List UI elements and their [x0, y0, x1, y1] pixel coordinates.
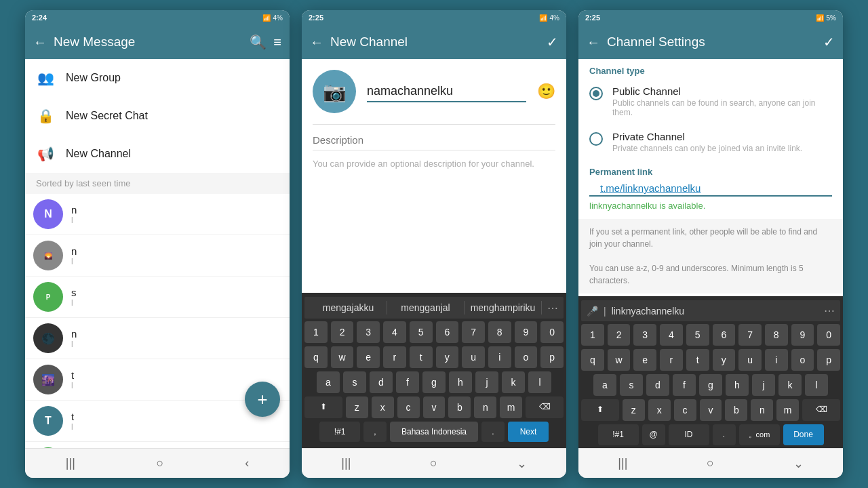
- list-item[interactable]: 🌑 n l: [25, 318, 290, 359]
- key-7-3[interactable]: 7: [738, 324, 762, 346]
- key-9-3[interactable]: 9: [791, 324, 814, 346]
- list-item[interactable]: N n l: [25, 194, 290, 235]
- back-button-1[interactable]: ←: [33, 35, 47, 50]
- back-button-3[interactable]: ←: [587, 35, 600, 50]
- key-q[interactable]: q: [304, 346, 328, 368]
- key-3-3[interactable]: 3: [633, 324, 656, 346]
- key-u[interactable]: u: [462, 346, 485, 368]
- menu-item-new-group[interactable]: 👥 New Group: [25, 59, 290, 97]
- key-f[interactable]: f: [396, 371, 419, 393]
- key-4-3[interactable]: 4: [660, 324, 683, 346]
- keyboard-input-display[interactable]: linknyachannelku: [612, 306, 824, 317]
- key-v[interactable]: v: [423, 396, 446, 418]
- key-a-3[interactable]: a: [593, 374, 616, 396]
- id-key[interactable]: ID: [669, 424, 709, 445]
- key-g[interactable]: g: [422, 371, 446, 393]
- key-z-3[interactable]: z: [623, 399, 645, 421]
- more-options-icon-3[interactable]: ⋯: [824, 304, 835, 317]
- key-n-3[interactable]: n: [751, 399, 773, 421]
- key-8-3[interactable]: 8: [765, 324, 788, 346]
- done-button-2[interactable]: ✓: [547, 34, 558, 50]
- filter-button-1[interactable]: ≡: [273, 35, 281, 50]
- key-2[interactable]: 2: [331, 321, 354, 343]
- key-j-3[interactable]: j: [752, 374, 775, 396]
- public-channel-option[interactable]: Public Channel Public channels can be fo…: [578, 79, 843, 124]
- key-c-3[interactable]: c: [674, 399, 696, 421]
- key-6-3[interactable]: 6: [713, 324, 736, 346]
- key-5-3[interactable]: 5: [686, 324, 709, 346]
- key-v-3[interactable]: v: [700, 399, 722, 421]
- key-s-3[interactable]: s: [620, 374, 643, 396]
- list-item[interactable]: P s l: [25, 277, 290, 318]
- key-u-3[interactable]: u: [738, 349, 762, 371]
- menu-item-new-channel[interactable]: 📢 New Channel: [25, 135, 290, 173]
- more-suggestions-icon[interactable]: ⋯: [542, 302, 558, 314]
- key-0[interactable]: 0: [540, 321, 564, 343]
- private-channel-option[interactable]: Private Channel Private channels can onl…: [578, 124, 843, 160]
- key-o-3[interactable]: o: [791, 349, 814, 371]
- suggestion-3[interactable]: menghampiriku: [465, 301, 542, 314]
- key-m-3[interactable]: m: [776, 399, 799, 421]
- key-z[interactable]: z: [346, 396, 368, 418]
- key-f-3[interactable]: f: [673, 374, 696, 396]
- key-x-3[interactable]: x: [648, 399, 671, 421]
- period-key[interactable]: .: [481, 422, 505, 442]
- key-k[interactable]: k: [502, 371, 525, 393]
- key-e-3[interactable]: e: [633, 349, 656, 371]
- key-d[interactable]: d: [370, 371, 393, 393]
- key-j[interactable]: j: [475, 371, 498, 393]
- key-t-3[interactable]: t: [686, 349, 709, 371]
- key-3[interactable]: 3: [357, 321, 380, 343]
- at-key[interactable]: @: [642, 424, 665, 445]
- suggestion-1[interactable]: mengajakku: [310, 301, 387, 314]
- symbol-key[interactable]: !#1: [319, 422, 360, 442]
- emoji-button[interactable]: 🙂: [537, 83, 555, 100]
- key-y[interactable]: y: [436, 346, 459, 368]
- key-y-3[interactable]: y: [713, 349, 736, 371]
- key-1-3[interactable]: 1: [581, 324, 604, 346]
- key-p[interactable]: p: [540, 346, 564, 368]
- symbol-key-3[interactable]: !#1: [598, 424, 639, 445]
- key-6[interactable]: 6: [436, 321, 459, 343]
- description-input[interactable]: [313, 130, 555, 150]
- list-item[interactable]: CB c l: [25, 442, 290, 448]
- key-l-3[interactable]: l: [805, 374, 828, 396]
- channel-avatar[interactable]: 📷: [313, 70, 356, 113]
- key-p-3[interactable]: p: [817, 349, 840, 371]
- key-c[interactable]: c: [397, 396, 420, 418]
- key-d-3[interactable]: d: [646, 374, 669, 396]
- key-7[interactable]: 7: [462, 321, 485, 343]
- key-w[interactable]: w: [331, 346, 354, 368]
- key-k-3[interactable]: k: [778, 374, 802, 396]
- fab-button[interactable]: +: [245, 382, 280, 417]
- channel-name-input[interactable]: [367, 81, 526, 102]
- key-h[interactable]: h: [449, 371, 472, 393]
- key-t[interactable]: t: [410, 346, 433, 368]
- done-key[interactable]: Done: [783, 424, 824, 445]
- key-2-3[interactable]: 2: [608, 324, 631, 346]
- back-button-2[interactable]: ←: [310, 35, 323, 50]
- key-o[interactable]: o: [515, 346, 538, 368]
- shift-key[interactable]: ⬆: [304, 396, 342, 418]
- key-n[interactable]: n: [474, 396, 496, 418]
- period-key-3[interactable]: .: [713, 424, 736, 445]
- menu-item-secret-chat[interactable]: 🔒 New Secret Chat: [25, 97, 290, 135]
- key-l[interactable]: l: [528, 371, 551, 393]
- key-h-3[interactable]: h: [726, 374, 749, 396]
- key-i[interactable]: i: [488, 346, 511, 368]
- key-r-3[interactable]: r: [660, 349, 683, 371]
- list-item[interactable]: 🌄 n l: [25, 235, 290, 277]
- search-button-1[interactable]: 🔍: [250, 34, 267, 50]
- next-key[interactable]: Next: [508, 422, 549, 442]
- backspace-key[interactable]: ⌫: [526, 396, 564, 418]
- dotcom-key[interactable]: 。com: [739, 424, 780, 445]
- language-key[interactable]: Bahasa Indonesia: [390, 422, 478, 442]
- comma-key[interactable]: ,: [363, 422, 387, 442]
- done-button-3[interactable]: ✓: [823, 34, 835, 50]
- key-w-3[interactable]: w: [608, 349, 631, 371]
- key-5[interactable]: 5: [410, 321, 433, 343]
- key-9[interactable]: 9: [515, 321, 538, 343]
- key-1[interactable]: 1: [304, 321, 328, 343]
- key-i-3[interactable]: i: [765, 349, 788, 371]
- public-channel-radio[interactable]: [589, 87, 603, 100]
